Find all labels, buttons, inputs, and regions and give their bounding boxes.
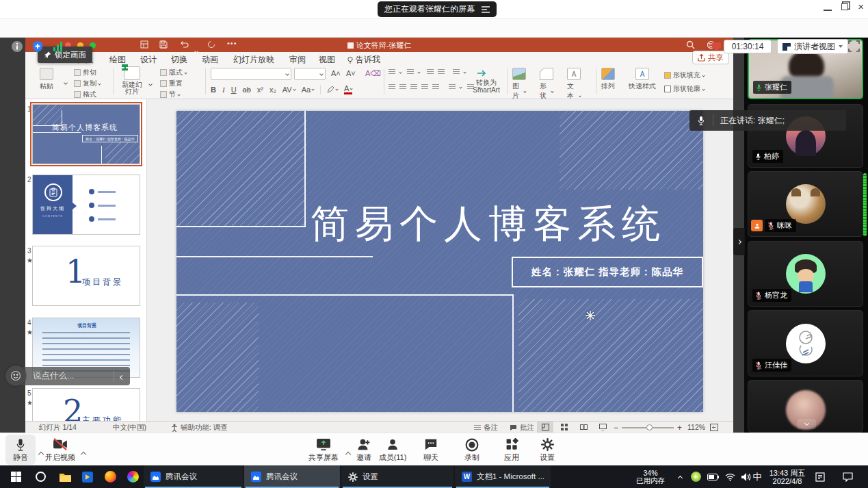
layout-button[interactable]: 版式 xyxy=(160,68,187,77)
taskbar-window-word[interactable]: W 文档1 - Microsoft ... xyxy=(455,465,551,488)
clock[interactable]: 13:43 周五 2022/4/8 xyxy=(766,465,808,488)
format-painter-button[interactable]: 格式 xyxy=(74,90,101,99)
superscript-button[interactable]: x² xyxy=(257,86,263,94)
scroll-down-button[interactable] xyxy=(797,419,816,429)
chat-placeholder[interactable]: 说点什么... xyxy=(33,370,74,382)
reading-view-button[interactable] xyxy=(575,422,592,433)
tab-tell-me[interactable]: 告诉我 xyxy=(347,54,380,66)
emoji-button[interactable] xyxy=(5,365,26,386)
chat-button[interactable]: 聊天 xyxy=(419,435,443,465)
line-spacing-button[interactable] xyxy=(453,69,460,75)
slide-thumbnail-1[interactable]: 简易个人博客系统 姓名：张耀仁 指导老师：陈品华 xyxy=(32,104,140,164)
bold-button[interactable]: B xyxy=(211,86,216,94)
tab-slideshow[interactable]: 幻灯片放映 xyxy=(233,54,274,66)
minimize-button[interactable] xyxy=(824,3,832,11)
picture-button[interactable]: 图片 xyxy=(512,68,526,101)
strikethrough-button[interactable]: ab xyxy=(243,86,251,94)
fullscreen-icon[interactable] xyxy=(848,40,860,52)
font-size-select[interactable] xyxy=(294,68,326,80)
italic-button[interactable]: I xyxy=(222,86,225,94)
antivirus-tray-icon[interactable]: + xyxy=(688,465,703,488)
fit-slide-button[interactable] xyxy=(710,424,718,431)
info-icon[interactable] xyxy=(11,40,23,53)
sidebar-scrollbar[interactable] xyxy=(863,173,867,236)
participant-tile[interactable]: 杨官龙 xyxy=(748,241,863,307)
zoom-in-button[interactable]: + xyxy=(677,423,682,433)
video-options-arrow[interactable] xyxy=(81,447,86,459)
subscript-button[interactable]: x₂ xyxy=(269,86,276,94)
watching-banner[interactable]: 您正在观看张耀仁的屏幕 xyxy=(378,1,497,17)
tab-design[interactable]: 设计 xyxy=(140,54,157,66)
firefox-button[interactable] xyxy=(100,465,120,488)
quick-chat-bar[interactable]: 说点什么... xyxy=(15,367,130,385)
view-mode-button[interactable]: 演讲者视图 xyxy=(777,39,848,54)
tab-transitions[interactable]: 切换 xyxy=(171,54,187,66)
close-button[interactable]: × xyxy=(858,3,864,11)
slide-counter[interactable]: 幻灯片 1/14 xyxy=(39,423,77,433)
highlight-pen-button[interactable] xyxy=(327,86,338,93)
font-color-button[interactable]: A xyxy=(344,84,352,94)
increase-indent-button[interactable] xyxy=(438,69,445,75)
paste-button[interactable]: 粘贴 xyxy=(40,68,53,91)
tray-expand-arrow[interactable] xyxy=(673,465,687,488)
shapes-button[interactable]: 形状 xyxy=(540,68,553,101)
restore-button[interactable] xyxy=(841,3,848,10)
shrink-font-button[interactable]: A˅ xyxy=(346,69,356,77)
browser-button[interactable] xyxy=(122,465,143,488)
new-slide-dropdown[interactable] xyxy=(149,76,152,88)
zoom-slider-knob[interactable] xyxy=(646,424,653,431)
participant-tile[interactable] xyxy=(748,380,863,433)
shield-icon[interactable] xyxy=(31,40,44,53)
slide-canvas[interactable]: 简易个人博客系统 姓名：张耀仁 指导老师：陈品华 xyxy=(176,111,703,412)
memory-usage-indicator[interactable]: 34% 已用内存 xyxy=(631,465,670,488)
mute-button[interactable]: 静音 xyxy=(5,435,36,465)
apps-button[interactable]: 应用 xyxy=(499,435,524,465)
collapse-chat-icon[interactable] xyxy=(114,372,130,381)
align-right-button[interactable] xyxy=(410,84,417,90)
cortana-button[interactable] xyxy=(30,465,51,488)
record-button[interactable]: 录制 xyxy=(457,435,487,465)
invite-button[interactable]: 邀请 xyxy=(352,435,376,465)
participant-tile[interactable]: 汪佳佳 xyxy=(748,310,863,376)
file-explorer-button[interactable] xyxy=(55,465,75,488)
underline-button[interactable]: U xyxy=(231,86,237,94)
slide-thumbnail-3[interactable]: 1 项目背景 xyxy=(32,246,140,306)
members-button[interactable]: 成员(11) xyxy=(375,435,410,465)
slideshow-view-button[interactable] xyxy=(594,422,611,433)
zoom-out-button[interactable]: − xyxy=(614,423,618,433)
start-video-button[interactable]: 开启视频 xyxy=(43,435,77,465)
align-center-button[interactable] xyxy=(399,84,406,90)
battery-icon[interactable] xyxy=(705,465,721,488)
reset-button[interactable]: 重置 xyxy=(160,79,187,88)
paste-dropdown[interactable] xyxy=(64,75,67,87)
ime-indicator[interactable]: 中 xyxy=(750,465,765,488)
banner-menu-icon[interactable] xyxy=(482,6,490,13)
arrange-button[interactable]: 排列 xyxy=(601,68,615,91)
lock-screen-tooltip[interactable]: 锁定画面 xyxy=(38,47,92,63)
clear-format-button[interactable]: A⌫ xyxy=(365,69,381,78)
cut-button[interactable]: 剪切 xyxy=(74,68,101,77)
text-direction-button[interactable] xyxy=(449,84,456,90)
numbering-button[interactable] xyxy=(407,69,414,75)
zoom-percent[interactable]: 112% xyxy=(687,423,705,431)
language-status[interactable]: 中文(中国) xyxy=(113,423,146,433)
wifi-icon[interactable] xyxy=(722,465,737,488)
new-slide-button[interactable]: 新建幻灯片 xyxy=(118,66,146,95)
decrease-indent-button[interactable] xyxy=(427,69,434,75)
bullets-button[interactable] xyxy=(389,69,395,75)
media-app-button[interactable] xyxy=(77,465,98,488)
section-button[interactable]: 节 xyxy=(160,90,187,99)
sticky-notes-icon[interactable] xyxy=(811,465,829,488)
slide-thumbnail-2[interactable]: 答辩大纲 CONTENTS xyxy=(32,175,140,235)
font-name-select[interactable] xyxy=(211,68,291,80)
slide-thumbnail-5[interactable]: 2 主要功能 xyxy=(32,388,140,421)
taskbar-window-meeting-1[interactable]: 腾讯会议 xyxy=(144,465,243,488)
signal-bars-icon[interactable] xyxy=(52,40,64,53)
tab-view[interactable]: 视图 xyxy=(319,54,335,66)
change-case-button[interactable]: Aa xyxy=(302,86,314,94)
share-screen-button[interactable]: 共享屏幕 xyxy=(304,435,343,465)
justify-button[interactable] xyxy=(421,84,428,90)
search-icon[interactable] xyxy=(686,40,695,49)
tab-review[interactable]: 审阅 xyxy=(289,54,306,66)
share-options-arrow[interactable] xyxy=(346,447,350,459)
